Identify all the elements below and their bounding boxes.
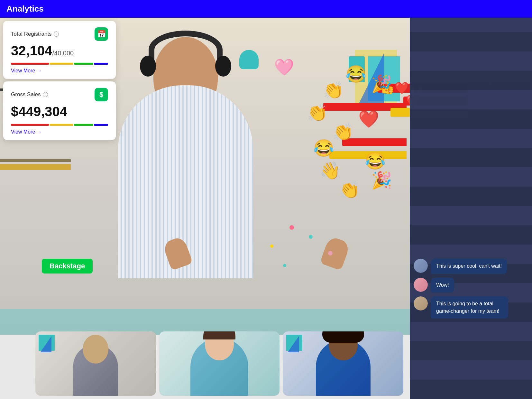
gross-sales-card: Gross Sales i $ $449,304 View More → bbox=[3, 81, 116, 140]
chat-messages-container: This is super cool, can't wait! Wow! Thi… bbox=[410, 259, 532, 319]
shelf-item-teal-tall bbox=[349, 56, 365, 82]
bar-blue-2 bbox=[94, 124, 108, 126]
sales-view-more[interactable]: View More → bbox=[11, 129, 108, 135]
reaction-bar-red-lower bbox=[342, 138, 407, 146]
chat-bubble-3: This is going to be a total game-changer… bbox=[431, 296, 508, 319]
sales-value-container: $449,304 bbox=[11, 104, 108, 119]
chat-text-3: This is going to be a total game-changer… bbox=[436, 301, 500, 313]
person-1-head bbox=[83, 335, 108, 364]
analytics-overlay: Total Registrants i 📅 32,104/40,000 View… bbox=[3, 21, 116, 143]
chat-avatar-1 bbox=[414, 259, 428, 273]
avatar-placeholder-3 bbox=[414, 296, 428, 311]
registrants-value-container: 32,104/40,000 bbox=[11, 43, 108, 58]
bar-yellow-2 bbox=[50, 124, 73, 126]
headphone-right-cup bbox=[215, 56, 231, 77]
chat-bubble-2: Wow! bbox=[431, 278, 454, 292]
chat-text-2: Wow! bbox=[436, 282, 449, 288]
chat-message-2: Wow! bbox=[414, 278, 528, 292]
bar-red-1 bbox=[11, 63, 49, 65]
participant-3-geo bbox=[286, 335, 305, 354]
card-title-sales: Gross Sales i bbox=[11, 91, 48, 98]
person-2-hair bbox=[203, 331, 235, 339]
registrants-label: Total Registrants bbox=[11, 31, 52, 37]
chat-bubble-1: This is super cool, can't wait! bbox=[431, 259, 507, 274]
reaction-bar-yellow-lower bbox=[329, 151, 407, 159]
card-title-registrants: Total Registrants i bbox=[11, 31, 59, 37]
participant-thumb-1 bbox=[35, 331, 156, 396]
chat-message-1: This is super cool, can't wait! bbox=[414, 259, 528, 274]
registrants-suffix: /40,000 bbox=[52, 50, 74, 57]
registrants-view-more[interactable]: View More → bbox=[11, 68, 108, 74]
reaction-bar-red-mid bbox=[323, 103, 407, 111]
chat-panel: This is super cool, can't wait! Wow! Thi… bbox=[410, 18, 532, 399]
presenter-hands bbox=[170, 248, 343, 277]
chat-avatar-2 bbox=[414, 278, 428, 292]
presenter-figure bbox=[105, 37, 266, 278]
bar-green-2 bbox=[74, 124, 93, 126]
card-header-registrants: Total Registrants i 📅 bbox=[11, 27, 108, 41]
registrants-value: 32,104 bbox=[11, 43, 52, 58]
participant-thumb-2 bbox=[159, 331, 280, 396]
participant-1-geo bbox=[39, 335, 58, 354]
person-3-hair bbox=[322, 331, 364, 343]
backstage-label: Backstage bbox=[50, 262, 85, 270]
dollar-icon: $ bbox=[95, 88, 108, 101]
participants-bar bbox=[35, 331, 403, 396]
chat-text-1: This is super cool, can't wait! bbox=[436, 263, 502, 269]
header-bar: Analytics bbox=[0, 0, 532, 18]
backstage-badge[interactable]: Backstage bbox=[42, 259, 93, 274]
chat-message-3: This is going to be a total game-changer… bbox=[414, 296, 528, 319]
chat-bg bbox=[410, 18, 532, 399]
total-registrants-card: Total Registrants i 📅 32,104/40,000 View… bbox=[3, 21, 116, 79]
headphones-arc bbox=[149, 31, 223, 69]
registrants-color-bars bbox=[11, 63, 108, 65]
yellow-bar bbox=[0, 164, 71, 170]
sales-label: Gross Sales bbox=[11, 91, 41, 98]
headphone-left-cup bbox=[140, 56, 156, 77]
emoji-heart-pink: 🩷 bbox=[274, 58, 294, 77]
participant-thumb-3 bbox=[283, 331, 403, 396]
dark-stripe-2 bbox=[0, 159, 71, 162]
chat-avatar-3 bbox=[414, 296, 428, 311]
app-title: Analytics bbox=[6, 4, 44, 14]
card-header-sales: Gross Sales i $ bbox=[11, 88, 108, 101]
bar-blue-1 bbox=[94, 63, 108, 65]
sales-color-bars bbox=[11, 124, 108, 126]
geo-blue-1 bbox=[40, 336, 51, 352]
bar-red-2 bbox=[11, 124, 49, 126]
avatar-placeholder-2 bbox=[414, 278, 428, 292]
avatar-placeholder-1 bbox=[414, 259, 428, 273]
sales-value: $449,304 bbox=[11, 104, 67, 119]
geo-blue-3 bbox=[288, 336, 299, 352]
bar-yellow-1 bbox=[50, 63, 73, 65]
calendar-icon: 📅 bbox=[95, 27, 108, 41]
sales-info-icon[interactable]: i bbox=[43, 92, 48, 97]
bar-green-1 bbox=[74, 63, 93, 65]
registrants-info-icon[interactable]: i bbox=[54, 32, 59, 37]
